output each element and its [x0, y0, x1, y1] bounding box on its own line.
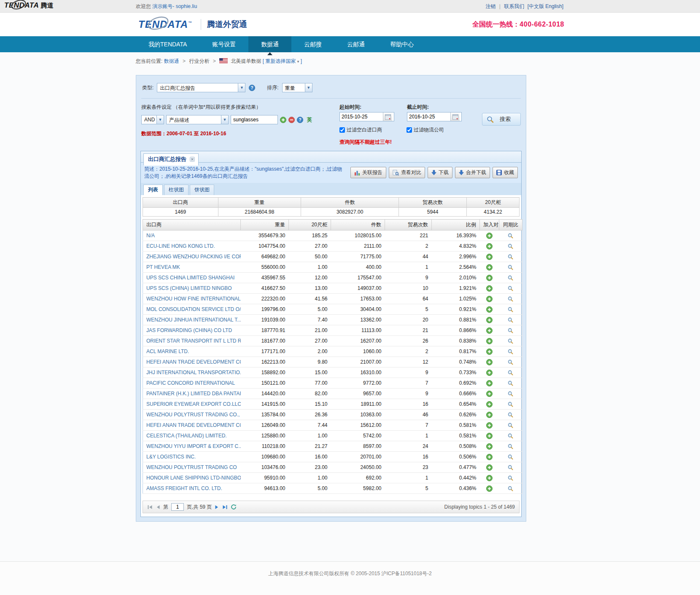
keyword-input[interactable]	[231, 115, 278, 124]
yoy-compare-icon[interactable]	[508, 338, 513, 344]
exporter-link[interactable]: ORIENT STAR TRANSPORT INT L LTD RM	[146, 338, 241, 344]
yoy-compare-icon[interactable]	[508, 454, 513, 460]
yoy-compare-icon[interactable]	[508, 244, 513, 249]
account-link[interactable]: 演示账号- sophie.liu	[152, 3, 197, 9]
add-to-compare-icon[interactable]	[486, 338, 493, 344]
exporter-link[interactable]: PANTAINER (H.K.) LIMITED DBA PANTAI	[146, 391, 241, 397]
yoy-compare-icon[interactable]	[508, 328, 513, 333]
pager-prev-icon[interactable]	[156, 505, 160, 509]
add-to-compare-icon[interactable]	[486, 243, 493, 249]
exporter-link[interactable]: ACL MARINE LTD.	[146, 348, 189, 354]
nav-tab-云邮通[interactable]: 云邮通	[334, 36, 377, 52]
add-to-compare-icon[interactable]	[486, 464, 493, 471]
column-header[interactable]: 件数	[331, 220, 385, 230]
exporter-link[interactable]: L&Y LOGISTICS INC.	[146, 454, 196, 460]
exporter-link[interactable]: WENZHOU HOW FINE INTERNATIONAL...	[146, 296, 241, 302]
column-header[interactable]: 加入对...	[480, 220, 499, 230]
add-to-compare-icon[interactable]	[486, 264, 493, 271]
reselect-country[interactable]: [ 重新选择国家 ▾ ]	[263, 58, 302, 64]
column-header[interactable]: 同期比	[499, 220, 522, 230]
column-header[interactable]: 重量	[241, 220, 289, 230]
yoy-compare-icon[interactable]	[508, 391, 513, 397]
exporter-link[interactable]: CELESTICA (THAILAND) LIMITED.	[146, 433, 227, 439]
add-to-compare-icon[interactable]	[486, 380, 493, 386]
exporter-link[interactable]: UPS SCS CHINA LIMITED SHANGHAI	[146, 275, 234, 281]
exporter-link[interactable]: PT HEVEA MK	[146, 264, 180, 270]
nav-tab-账号设置[interactable]: 账号设置	[199, 36, 248, 52]
filter-blank-importer-checkbox[interactable]: 过滤空白进口商	[339, 126, 382, 134]
yoy-compare-icon[interactable]	[508, 317, 513, 323]
exporter-link[interactable]: WENZHOU YIYU IMPORT & EXPORT C...	[146, 443, 241, 449]
add-to-compare-icon[interactable]	[486, 412, 493, 418]
yoy-compare-icon[interactable]	[508, 286, 513, 291]
calendar-icon[interactable]	[383, 113, 392, 121]
exporter-link[interactable]: WENZHOU JINHUA INTERNATIONAL T...	[146, 317, 241, 323]
download-button[interactable]: 下载	[428, 167, 452, 178]
exporter-link[interactable]: ZHEJIANG WENZHOU PACKING I/E CORP.	[146, 254, 241, 260]
yoy-compare-icon[interactable]	[508, 296, 513, 302]
pager-last-icon[interactable]	[222, 505, 228, 509]
add-to-compare-icon[interactable]	[486, 275, 493, 281]
exporter-link[interactable]: WENZHOU POLYTRUST TRADING CO., ...	[146, 412, 241, 418]
yoy-compare-icon[interactable]	[508, 433, 513, 439]
yoy-compare-icon[interactable]	[508, 475, 513, 481]
yoy-compare-icon[interactable]	[508, 307, 513, 312]
yoy-compare-icon[interactable]	[508, 465, 513, 470]
nav-tab-帮助中心[interactable]: 帮助中心	[377, 36, 426, 52]
column-header[interactable]: 20尺柜	[289, 220, 331, 230]
yoy-compare-icon[interactable]	[508, 275, 513, 281]
add-to-compare-icon[interactable]	[486, 475, 493, 481]
refresh-icon[interactable]	[231, 504, 237, 510]
add-to-compare-icon[interactable]	[486, 348, 493, 355]
exporter-link[interactable]: JHJ INTERNATIONAL TRANSPORTATIO...	[146, 370, 241, 375]
column-header[interactable]: 贸易次数	[385, 220, 432, 230]
calendar-icon[interactable]	[450, 113, 460, 121]
merge-download-button[interactable]: 合并下载	[455, 167, 490, 178]
exporter-link[interactable]: SUPERIOR EYEWEAR EXPORT CO.LLC	[146, 401, 241, 407]
pager-first-icon[interactable]	[147, 505, 153, 509]
yoy-compare-icon[interactable]	[508, 402, 513, 407]
column-header[interactable]: 比例	[432, 220, 480, 230]
exporter-link[interactable]: HEFEI ANAN TRADE DEVELOPMENT CO...	[146, 359, 241, 365]
sort-select[interactable]: 重量 ▼	[282, 83, 312, 92]
nav-tab-云邮搜[interactable]: 云邮搜	[291, 36, 334, 52]
exporter-link[interactable]: N/A	[146, 233, 155, 239]
column-header[interactable]: 出口商	[143, 220, 241, 230]
help-icon[interactable]: ?	[249, 85, 255, 91]
end-date-input[interactable]	[407, 113, 450, 121]
view-compare-button[interactable]: 查看对比	[389, 167, 425, 178]
yoy-compare-icon[interactable]	[508, 370, 513, 375]
yoy-compare-icon[interactable]	[508, 233, 513, 239]
search-button[interactable]: 搜索	[482, 113, 521, 126]
favorite-button[interactable]: 收藏	[493, 167, 518, 178]
logout-link[interactable]: 注销	[485, 3, 495, 9]
yoy-compare-icon[interactable]	[508, 412, 513, 418]
start-date-input[interactable]	[340, 113, 383, 121]
tab-pie-chart[interactable]: 饼状图	[190, 185, 214, 195]
add-to-compare-icon[interactable]	[486, 391, 493, 397]
help-icon[interactable]: ?	[297, 117, 303, 123]
add-to-compare-icon[interactable]	[486, 454, 493, 460]
add-to-compare-icon[interactable]	[486, 359, 493, 365]
add-to-compare-icon[interactable]	[486, 370, 493, 376]
yoy-compare-icon[interactable]	[508, 444, 513, 449]
filter-logistics-checkbox[interactable]: 过滤物流公司	[407, 126, 444, 134]
breadcrumb-link-datahub[interactable]: 数据通	[164, 58, 179, 64]
add-to-compare-icon[interactable]	[486, 306, 493, 313]
yoy-compare-icon[interactable]	[508, 254, 513, 260]
add-to-compare-icon[interactable]	[486, 317, 493, 323]
tendata-logo-small[interactable]: TENDATA 腾道	[4, 1, 54, 10]
add-to-compare-icon[interactable]	[486, 327, 493, 334]
report-type-select[interactable]: 出口商汇总报告 ▼	[157, 83, 245, 92]
tab-list[interactable]: 列表	[143, 185, 163, 195]
add-to-compare-icon[interactable]	[486, 401, 493, 407]
add-to-compare-icon[interactable]	[486, 422, 493, 429]
exporter-link[interactable]: AMASS FREIGHT INTL CO. LTD.	[146, 485, 222, 491]
related-report-button[interactable]: 关联报告	[350, 167, 386, 178]
contact-link[interactable]: 联系我们	[504, 3, 524, 9]
add-condition-icon[interactable]	[280, 117, 286, 123]
exporter-link[interactable]: HEFEI ANAN TRADE DEVELOPMENT CO...	[146, 422, 241, 428]
add-to-compare-icon[interactable]	[486, 233, 493, 239]
pager-next-icon[interactable]	[215, 505, 219, 509]
exporter-link[interactable]: JAS FORWARDING (CHINA) CO LTD	[146, 327, 232, 333]
